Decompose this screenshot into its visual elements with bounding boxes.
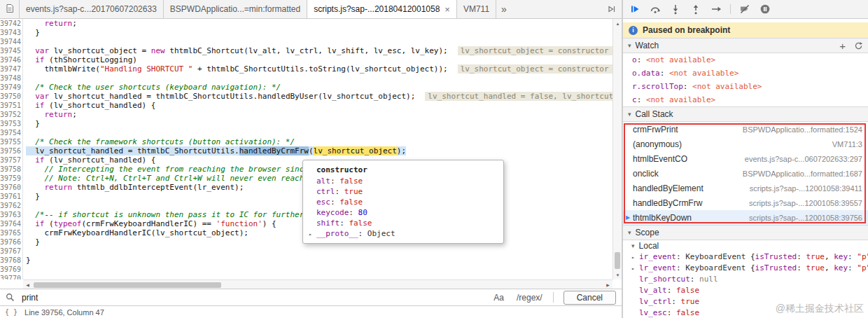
tab-label: VM711 (463, 4, 489, 14)
watch-expression[interactable]: c: <not available> (623, 93, 868, 106)
line-number[interactable]: 39764 (0, 219, 23, 228)
resume-button[interactable] (629, 3, 641, 15)
match-case-button[interactable]: Aa (493, 293, 504, 303)
step-into-button[interactable] (669, 3, 682, 15)
regex-button[interactable]: /regex/ (517, 293, 542, 303)
line-number[interactable]: 39757 (0, 155, 23, 165)
sources-panel: events.js?sap-c...20170607202633BSPWDApp… (0, 0, 622, 318)
editor-tab[interactable]: BSPWDApplicatio...=min:formatted (164, 0, 307, 18)
call-stack-frame[interactable]: onclickBSPWDApplicatio...formatted:1687 (623, 166, 868, 181)
line-number[interactable]: 39761 (0, 192, 23, 201)
editor-tab[interactable]: events.js?sap-c...20170607202633 (20, 0, 164, 18)
step-over-button[interactable] (649, 3, 662, 15)
code-text[interactable]: var lv_shortcut_handled = thtmlbC_Shortc… (23, 92, 612, 101)
code-text[interactable]: lv_shortcut_handled = thtmlbC_ShortcutUt… (23, 146, 612, 155)
code-text[interactable]: thtmlbWrite("Handling SHORTCUT " + thtml… (23, 64, 612, 74)
code-text[interactable]: } (23, 119, 612, 128)
line-number[interactable]: 39747 (0, 64, 23, 74)
code-text[interactable]: return; (23, 19, 612, 28)
code-text[interactable] (23, 274, 612, 279)
step-button[interactable] (710, 3, 722, 15)
object-property[interactable]: ▸__proto__: Object (309, 228, 498, 239)
scope-group-local[interactable]: ▾ Local (623, 240, 868, 251)
line-number[interactable]: 39748 (0, 74, 23, 83)
call-stack-frame[interactable]: crmFrwPrintBSPWDApplicatio...formatted:1… (623, 122, 868, 137)
pause-on-exceptions-button[interactable] (759, 3, 771, 15)
search-input[interactable] (20, 292, 487, 303)
line-number[interactable]: 39763 (0, 210, 23, 219)
line-number[interactable]: 39743 (0, 28, 23, 37)
line-number[interactable]: 39754 (0, 128, 23, 137)
line-number[interactable]: 39759 (0, 174, 23, 183)
triangle-right-icon[interactable]: ▸ (631, 263, 639, 274)
line-number[interactable]: 39742 (0, 19, 23, 28)
line-number[interactable]: 39768 (0, 256, 23, 265)
watch-header[interactable]: ▾ Watch + (623, 38, 868, 53)
refresh-watch-button[interactable] (854, 41, 863, 50)
code-text[interactable] (23, 247, 612, 256)
code-text[interactable]: } (23, 256, 612, 265)
line-number[interactable]: 39751 (0, 101, 23, 110)
navigator-toggle-button[interactable] (0, 0, 20, 18)
pretty-print-icon[interactable]: { } (5, 308, 18, 316)
scroll-down-icon[interactable]: ▼ (613, 270, 622, 279)
line-number[interactable]: 39758 (0, 165, 23, 174)
call-stack-frame[interactable]: handledByCrmFrwscripts.js?sap-...1200105… (623, 195, 868, 210)
add-watch-button[interactable]: + (839, 40, 846, 52)
code-text[interactable]: } (23, 28, 612, 37)
code-text[interactable] (23, 37, 612, 46)
expand-panel-icon[interactable] (603, 0, 620, 18)
triangle-right-icon[interactable]: ▸ (309, 229, 316, 239)
code-text[interactable] (23, 128, 612, 137)
scope-header[interactable]: ▾ Scope (623, 225, 868, 240)
code-line: 39767 (0, 247, 612, 256)
step-out-button[interactable] (690, 3, 702, 15)
watch-expression[interactable]: r.scrollTop: <not available> (623, 80, 868, 93)
line-number[interactable]: 39766 (0, 237, 23, 247)
editor-tab[interactable]: scripts.js?sap-...20180412001058× (307, 0, 457, 18)
code-text[interactable]: /* Check the user shortcuts (keyboard na… (23, 83, 612, 92)
editor-tab[interactable]: VM711 (457, 0, 496, 18)
line-number[interactable]: 39746 (0, 55, 23, 64)
line-number[interactable]: 39765 (0, 228, 23, 237)
vertical-scroll-thumb[interactable] (615, 252, 620, 269)
code-text[interactable]: if (lv_shortcut_handled) { (23, 101, 612, 110)
watch-expression[interactable]: o.data: <not available> (623, 67, 868, 80)
line-number[interactable]: 39760 (0, 183, 23, 192)
line-number[interactable]: 39745 (0, 46, 23, 55)
line-number[interactable]: 39762 (0, 201, 23, 210)
code-text[interactable]: var lv_shortcut_object = new thtmlbC_Sho… (23, 46, 612, 55)
line-number[interactable]: 39752 (0, 110, 23, 119)
watch-expression[interactable]: o: <not available> (623, 53, 868, 67)
code-text[interactable]: if (thShortcutLogging) (23, 55, 612, 64)
line-number[interactable]: 39770 (0, 274, 23, 279)
close-icon[interactable]: × (444, 5, 450, 14)
line-number[interactable]: 39756 (0, 146, 23, 155)
call-stack-header[interactable]: ▾ Call Stack (623, 106, 868, 122)
line-number[interactable]: 39750 (0, 92, 23, 101)
cancel-button[interactable]: Cancel (564, 291, 616, 305)
line-number[interactable]: 39749 (0, 83, 23, 92)
line-number[interactable]: 39769 (0, 265, 23, 274)
call-stack-frame[interactable]: (anonymous)VM711:3 (623, 137, 868, 151)
scope-variable[interactable]: ▸lr_event: KeyboardEvent {isTrusted: tru… (623, 263, 868, 274)
line-number[interactable]: 39767 (0, 247, 23, 256)
line-number[interactable]: 39744 (0, 37, 23, 46)
call-stack-frame[interactable]: handledByElementscripts.js?sap-...120010… (623, 181, 868, 195)
scroll-up-icon[interactable]: ▲ (613, 19, 622, 28)
horizontal-scroll-thumb[interactable] (34, 282, 221, 288)
code-text[interactable]: /* Check the framework shortcuts (button… (23, 137, 612, 146)
code-text[interactable] (23, 265, 612, 274)
triangle-right-icon[interactable]: ▸ (631, 252, 639, 263)
horizontal-scrollbar[interactable]: ◀ ▶ (23, 279, 612, 289)
vertical-scrollbar[interactable]: ▲ ▼ (612, 19, 622, 279)
line-number[interactable]: 39753 (0, 119, 23, 128)
call-stack-frame[interactable]: ▶thtmlbKeyDownscripts.js?sap-...12001058… (623, 210, 868, 225)
code-text[interactable]: return; (23, 110, 612, 119)
scope-variable[interactable]: ▸ir_event: KeyboardEvent {isTrusted: tru… (623, 251, 868, 263)
deactivate-breakpoints-button[interactable] (738, 3, 751, 15)
code-text[interactable] (23, 74, 612, 83)
call-stack-frame[interactable]: htmlbEventCOevents.js?sap-c...0607202633… (623, 151, 868, 166)
tab-overflow-button[interactable]: » (496, 0, 512, 18)
line-number[interactable]: 39755 (0, 137, 23, 146)
